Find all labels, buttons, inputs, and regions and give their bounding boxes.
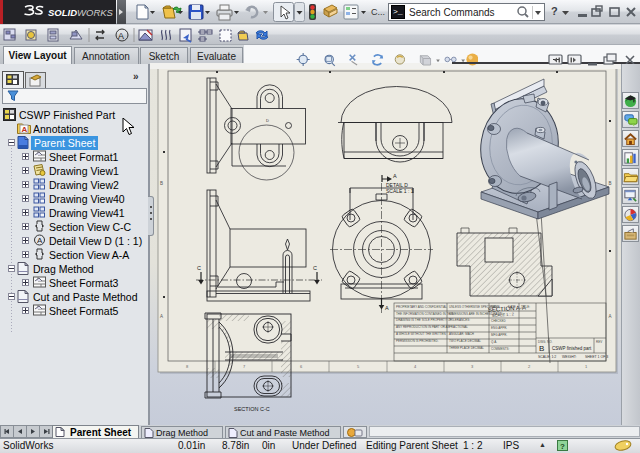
svg-text:REV: REV	[596, 340, 602, 344]
svg-text:C: C	[313, 265, 317, 271]
svg-text:DRAWN: DRAWN	[491, 312, 502, 316]
svg-text:D: D	[266, 118, 269, 123]
svg-text:A WHOLE WITHOUT THE WRITTEN: A WHOLE WITHOUT THE WRITTEN	[396, 332, 446, 336]
svg-text:A: A	[22, 125, 28, 134]
svg-text:ANY REPRODUCTION IN PART OR AS: ANY REPRODUCTION IN PART OR AS	[396, 325, 450, 329]
svg-text:THE INFORMATION CONTAINED IN T: THE INFORMATION CONTAINED IN THIS	[396, 312, 453, 316]
svg-text:COMMENTS:: COMMENTS:	[491, 347, 509, 351]
svg-text:B: B	[609, 181, 612, 186]
svg-text:NAME: NAME	[491, 305, 500, 309]
svg-text:DATE: DATE	[508, 305, 516, 309]
svg-text:MFG APPR.: MFG APPR.	[491, 333, 508, 337]
svg-text:THREE PLACE DECIMAL: THREE PLACE DECIMAL	[449, 346, 484, 350]
svg-text:SCALE 1 : 1: SCALE 1 : 1	[386, 188, 414, 194]
svg-text:TWO PLACE DECIMAL: TWO PLACE DECIMAL	[449, 339, 481, 343]
svg-text:A: A	[393, 173, 397, 179]
svg-text:PERMISSION IS PROHIBITED.: PERMISSION IS PROHIBITED.	[396, 339, 439, 343]
svg-text:B: B	[160, 181, 163, 186]
svg-text:C: C	[197, 265, 201, 271]
svg-text:A: A	[118, 31, 124, 41]
svg-text:DRAWING IS THE SOLE PROPERTY O: DRAWING IS THE SOLE PROPERTY OF	[396, 318, 452, 322]
svg-text:TITLE:: TITLE:	[521, 305, 530, 309]
svg-text:CSWP finished part: CSWP finished part	[552, 346, 592, 351]
svg-text:SOLIDWORKS: SOLIDWORKS	[48, 7, 114, 18]
svg-text:DIMENSIONS ARE IN INCHES: DIMENSIONS ARE IN INCHES	[449, 312, 491, 316]
svg-text:PROPRIETARY AND CONFIDENTIAL: PROPRIETARY AND CONFIDENTIAL	[396, 305, 447, 309]
svg-text:SHEET 1 OF 3: SHEET 1 OF 3	[585, 355, 608, 359]
svg-text:A: A	[37, 236, 43, 245]
svg-text:C...: C...	[371, 7, 385, 17]
svg-text:A: A	[385, 305, 389, 311]
svg-text:A: A	[160, 314, 163, 319]
svg-text:CHECKED: CHECKED	[491, 319, 507, 323]
svg-text:Q.A.: Q.A.	[491, 340, 497, 344]
svg-text:TOLERANCES:: TOLERANCES:	[449, 318, 470, 322]
svg-text:A: A	[609, 314, 612, 319]
svg-text:SECTION C-C: SECTION C-C	[234, 406, 270, 412]
svg-text:SCALE: 1:2: SCALE: 1:2	[538, 355, 556, 359]
svg-text:B: B	[539, 344, 544, 353]
svg-text:FRACTIONAL: FRACTIONAL	[449, 325, 468, 329]
svg-text:WEIGHT:: WEIGHT:	[562, 355, 577, 359]
svg-text:ENG APPR.: ENG APPR.	[491, 326, 507, 330]
svg-text:ANGULAR: MACH: ANGULAR: MACH	[449, 332, 474, 336]
